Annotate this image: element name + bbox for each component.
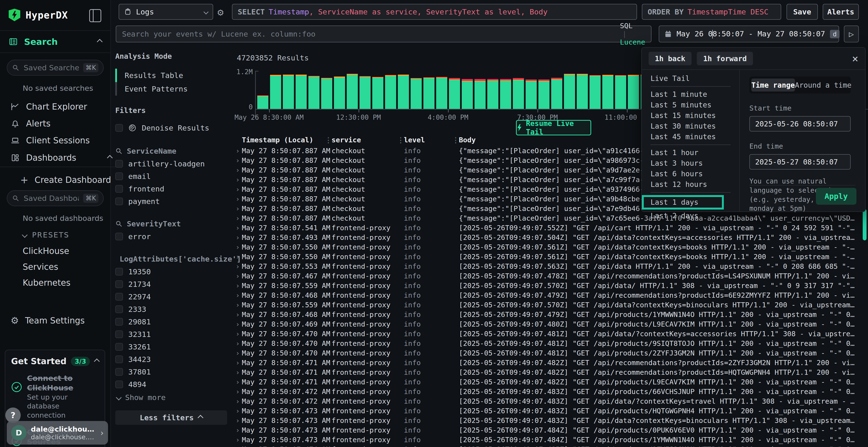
scrollbar-thumb[interactable] xyxy=(863,209,867,240)
row-expand-icon[interactable]: › xyxy=(236,416,240,425)
chart-bar[interactable] xyxy=(372,77,383,109)
checkbox[interactable] xyxy=(115,355,123,363)
chart-bar[interactable] xyxy=(487,79,498,109)
checkbox[interactable] xyxy=(115,185,123,193)
table-row[interactable]: ›May 27 8:50:07.550 AMfrontend-proxyinfo… xyxy=(235,252,866,262)
chevron-up-icon[interactable] xyxy=(97,39,102,44)
table-row[interactable]: ›May 27 8:50:07.473 AMfrontend-proxyinfo… xyxy=(235,425,866,435)
filter-option[interactable]: 2333 xyxy=(115,303,234,315)
sidebar-item-search[interactable]: Search xyxy=(0,31,111,53)
table-row[interactable]: ›May 27 8:50:07.887 AMcheckoutinfo{"mess… xyxy=(235,213,866,223)
row-expand-icon[interactable]: › xyxy=(236,252,240,262)
checkbox[interactable] xyxy=(115,198,123,205)
row-expand-icon[interactable]: › xyxy=(236,156,240,165)
filter-option[interactable]: frontend xyxy=(115,182,234,195)
row-expand-icon[interactable]: › xyxy=(236,310,240,319)
table-row[interactable]: ›May 27 8:50:07.493 AMfrontend-proxyinfo… xyxy=(235,233,866,242)
chart-bar[interactable] xyxy=(551,78,562,109)
source-settings-gear-icon[interactable]: ⚙ xyxy=(217,6,223,18)
preset-item-services[interactable]: Services xyxy=(23,262,58,272)
mode-results-table[interactable]: Results Table xyxy=(115,69,234,82)
preset-item-clickhouse[interactable]: ClickHouse xyxy=(23,246,69,256)
row-expand-icon[interactable]: › xyxy=(236,387,240,397)
help-button[interactable]: ? xyxy=(5,408,21,423)
chart-bar[interactable] xyxy=(590,75,600,109)
table-row[interactable]: ›May 27 8:50:07.471 AMfrontend-proxyinfo… xyxy=(235,368,866,377)
table-row[interactable]: ›May 27 8:50:07.468 AMfrontend-proxyinfo… xyxy=(235,290,866,300)
column-resize-handle[interactable]: ⋮ xyxy=(397,136,404,144)
row-expand-icon[interactable]: › xyxy=(236,377,240,387)
chart-bar[interactable] xyxy=(257,95,268,109)
chart-bar[interactable] xyxy=(360,76,371,109)
sidebar-collapse-icon[interactable] xyxy=(89,9,101,22)
filter-option[interactable]: 37801 xyxy=(115,366,234,378)
col-timestamp[interactable]: Timestamp (Local) xyxy=(242,136,313,144)
table-row[interactable]: ›May 27 8:50:07.559 AMfrontend-proxyinfo… xyxy=(235,281,866,290)
date-range-input[interactable]: May 26 08:50:07 - May 27 08:50:07 d xyxy=(659,26,839,42)
checkbox[interactable] xyxy=(115,381,123,388)
filter-option[interactable]: error xyxy=(115,230,234,243)
table-row[interactable]: ›May 27 8:50:07.541 AMfrontend-proxyinfo… xyxy=(235,223,866,233)
time-preset-last-2-days[interactable]: Last 2 days xyxy=(642,210,739,221)
table-row[interactable]: ›May 27 8:50:07.472 AMfrontend-proxyinfo… xyxy=(235,387,866,397)
checkbox[interactable] xyxy=(115,343,123,351)
chart-bar[interactable] xyxy=(526,79,537,109)
chart-bar[interactable] xyxy=(449,78,460,109)
resume-live-tail-button[interactable]: Resume Live Tail xyxy=(516,120,591,135)
chart-bar[interactable] xyxy=(602,75,613,109)
row-expand-icon[interactable]: › xyxy=(236,184,240,194)
start-time-input[interactable]: 2025-05-26 08:50:07 xyxy=(749,116,850,132)
row-expand-icon[interactable]: › xyxy=(236,397,240,406)
time-preset-last-5-minutes[interactable]: Last 5 minutes xyxy=(642,100,739,110)
filter-group-cache-size[interactable]: LogAttributes['cache.size'] xyxy=(115,252,234,265)
row-expand-icon[interactable]: › xyxy=(236,368,240,377)
checkbox[interactable] xyxy=(115,293,123,301)
table-row[interactable]: ›May 27 8:50:07.469 AMfrontend-proxyinfo… xyxy=(235,319,866,329)
row-expand-icon[interactable]: › xyxy=(236,223,240,233)
row-expand-icon[interactable]: › xyxy=(236,194,240,204)
row-expand-icon[interactable]: › xyxy=(236,233,240,242)
filter-option[interactable]: 19350 xyxy=(115,265,234,278)
table-row[interactable]: ›May 27 8:50:07.468 AMfrontend-proxyinfo… xyxy=(235,310,866,319)
sidebar-item-client-sessions[interactable]: Client Sessions xyxy=(0,132,121,149)
table-row[interactable]: ›May 27 8:50:07.550 AMfrontend-proxyinfo… xyxy=(235,242,866,252)
row-expand-icon[interactable]: › xyxy=(236,348,240,358)
one-hour-forward-button[interactable]: 1h forward xyxy=(697,52,753,65)
tab-around-a-time[interactable]: Around a time xyxy=(795,78,851,92)
row-expand-icon[interactable]: › xyxy=(236,339,240,348)
filter-option[interactable]: 4894 xyxy=(115,378,234,391)
chart-bar[interactable] xyxy=(474,79,486,109)
mode-event-patterns[interactable]: Event Patterns xyxy=(115,82,234,96)
row-expand-icon[interactable]: › xyxy=(236,146,240,156)
chart-bar[interactable] xyxy=(385,75,396,109)
checkbox[interactable] xyxy=(115,305,123,313)
row-expand-icon[interactable]: › xyxy=(236,281,240,290)
sidebar-item-chart-explorer[interactable]: Chart Explorer xyxy=(0,98,121,115)
row-expand-icon[interactable]: › xyxy=(236,242,240,252)
run-query-button[interactable]: ▷ xyxy=(844,26,859,42)
filter-option[interactable]: artillery-loadgen xyxy=(115,158,234,170)
filter-option[interactable]: 29081 xyxy=(115,315,234,328)
chart-bar[interactable] xyxy=(283,74,294,109)
language-toggle-lucene[interactable]: Lucene xyxy=(620,38,645,46)
row-expand-icon[interactable]: › xyxy=(236,290,240,300)
row-expand-icon[interactable]: › xyxy=(236,204,240,213)
time-preset-last-3-hours[interactable]: Last 3 hours xyxy=(642,158,739,169)
create-dashboard-button[interactable]: + Create Dashboard xyxy=(10,171,117,188)
chart-bar[interactable] xyxy=(577,74,588,109)
alerts-button[interactable]: Alerts xyxy=(823,4,859,20)
col-level[interactable]: level xyxy=(404,136,425,144)
row-expand-icon[interactable]: › xyxy=(236,329,240,339)
preset-item-kubernetes[interactable]: Kubernetes xyxy=(23,278,70,287)
filter-option[interactable]: 21734 xyxy=(115,278,234,290)
time-preset-last-12-hours[interactable]: Last 12 hours xyxy=(642,179,739,190)
tab-time-range[interactable]: Time range xyxy=(751,78,795,92)
chart-bar[interactable] xyxy=(411,78,422,109)
table-row[interactable]: ›May 27 8:50:07.471 AMfrontend-proxyinfo… xyxy=(235,377,866,387)
table-row[interactable]: ›May 27 8:50:07.472 AMfrontend-proxyinfo… xyxy=(235,397,866,406)
chart-bar[interactable] xyxy=(270,75,281,109)
chart-bar[interactable] xyxy=(628,75,639,109)
saved-searches-input[interactable]: Saved Searches ⌘K xyxy=(7,60,104,76)
row-expand-icon[interactable]: › xyxy=(236,213,240,223)
checkbox[interactable] xyxy=(115,280,123,288)
